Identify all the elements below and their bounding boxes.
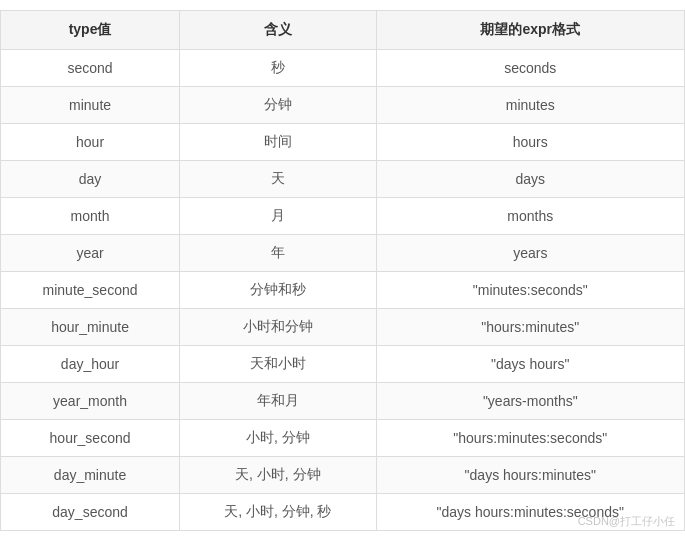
cell-meaning: 分钟和秒: [180, 272, 376, 309]
cell-meaning: 天, 小时, 分钟, 秒: [180, 494, 376, 531]
cell-type: month: [1, 198, 180, 235]
table-row: year_month年和月"years-months": [1, 383, 685, 420]
table-row: day天days: [1, 161, 685, 198]
cell-type: minute: [1, 87, 180, 124]
table-row: hour时间hours: [1, 124, 685, 161]
cell-expr: "hours:minutes": [376, 309, 684, 346]
cell-meaning: 天和小时: [180, 346, 376, 383]
cell-type: day_second: [1, 494, 180, 531]
table-row: second秒seconds: [1, 50, 685, 87]
cell-meaning: 时间: [180, 124, 376, 161]
table-row: day_minute天, 小时, 分钟"days hours:minutes": [1, 457, 685, 494]
cell-meaning: 天: [180, 161, 376, 198]
cell-expr: hours: [376, 124, 684, 161]
cell-type: day: [1, 161, 180, 198]
cell-type: minute_second: [1, 272, 180, 309]
cell-expr: months: [376, 198, 684, 235]
cell-expr: minutes: [376, 87, 684, 124]
cell-meaning: 年: [180, 235, 376, 272]
cell-meaning: 小时和分钟: [180, 309, 376, 346]
cell-type: day_hour: [1, 346, 180, 383]
cell-type: hour: [1, 124, 180, 161]
table-row: hour_second小时, 分钟"hours:minutes:seconds": [1, 420, 685, 457]
cell-type: year_month: [1, 383, 180, 420]
table-row: year年years: [1, 235, 685, 272]
cell-meaning: 小时, 分钟: [180, 420, 376, 457]
col-header-type: type值: [1, 11, 180, 50]
cell-type: hour_minute: [1, 309, 180, 346]
cell-meaning: 天, 小时, 分钟: [180, 457, 376, 494]
table-container: type值 含义 期望的expr格式 second秒secondsminute分…: [0, 0, 685, 537]
watermark: CSDN@打工仔小任: [578, 514, 675, 529]
table-row: minute_second分钟和秒"minutes:seconds": [1, 272, 685, 309]
cell-meaning: 分钟: [180, 87, 376, 124]
cell-type: day_minute: [1, 457, 180, 494]
cell-expr: "minutes:seconds": [376, 272, 684, 309]
col-header-meaning: 含义: [180, 11, 376, 50]
cell-type: year: [1, 235, 180, 272]
cell-expr: seconds: [376, 50, 684, 87]
data-table: type值 含义 期望的expr格式 second秒secondsminute分…: [0, 10, 685, 531]
cell-type: hour_second: [1, 420, 180, 457]
table-header-row: type值 含义 期望的expr格式: [1, 11, 685, 50]
table-row: month月months: [1, 198, 685, 235]
cell-expr: years: [376, 235, 684, 272]
col-header-expr: 期望的expr格式: [376, 11, 684, 50]
table-row: day_hour天和小时"days hours": [1, 346, 685, 383]
cell-expr: days: [376, 161, 684, 198]
cell-expr: "days hours:minutes": [376, 457, 684, 494]
cell-expr: "hours:minutes:seconds": [376, 420, 684, 457]
cell-expr: "years-months": [376, 383, 684, 420]
cell-type: second: [1, 50, 180, 87]
table-row: hour_minute小时和分钟"hours:minutes": [1, 309, 685, 346]
cell-expr: "days hours": [376, 346, 684, 383]
table-row: minute分钟minutes: [1, 87, 685, 124]
cell-meaning: 秒: [180, 50, 376, 87]
cell-meaning: 月: [180, 198, 376, 235]
cell-meaning: 年和月: [180, 383, 376, 420]
